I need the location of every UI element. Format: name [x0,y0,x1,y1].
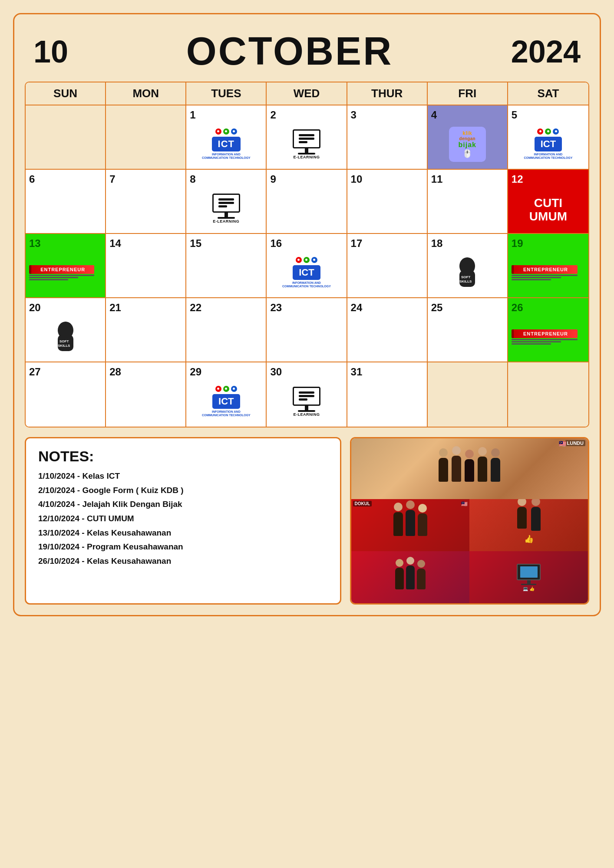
day-number: 13 [29,237,41,250]
day-number: 19 [512,237,523,250]
day-number: 7 [109,173,115,185]
cell-icon-elearn: E-LEARNING [270,123,343,165]
day-number: 10 [351,173,363,185]
cell-icon-ict: ICT INFORMATION ANDCOMMUNICATION TECHNOL… [190,123,262,165]
cell-icon-softskills: SOFT SKILLS [431,251,504,294]
cell-oct-19: 19 ENTREPRENEUR [508,234,588,298]
day-number: 5 [512,109,517,121]
svg-text:SKILLS: SKILLS [459,279,472,283]
day-number: 3 [351,109,357,121]
note-item-7: 26/10/2024 - Kelas Keusahawanan [38,556,328,567]
cell-oct-27: 27 [26,362,106,427]
note-item-4: 12/10/2024 - CUTI UMUM [38,513,328,524]
day-number: 28 [109,366,121,378]
cell-oct-15: 15 [186,234,267,298]
cell-oct-3: 3 [347,105,428,170]
day-header-tues: TUES [186,82,267,105]
cell-oct-30: 30 E-LEARNING [267,362,347,427]
notes-list: 1/10/2024 - Kelas ICT 2/10/2024 - Google… [38,471,328,567]
cell-icon-entrepreneur3: ENTREPRENEUR [512,316,585,358]
cell-oct-13: 13 ENTREPRENEUR [26,234,106,298]
note-item-1: 1/10/2024 - Kelas ICT [38,471,328,482]
photo-two-people: 🇲🇾 DOKUL [351,499,470,551]
day-header-sun: SUN [26,82,106,105]
note-item-2: 2/10/2024 - Google Form ( Kuiz KDB ) [38,485,328,496]
photo-thumbs: 👍 [469,499,588,551]
soft-skills-head-svg-2: SOFT SKILLS [53,322,79,352]
photo-row-1: LUNDU 🇲🇾 [351,438,588,499]
cell-icon-ict4: ICT INFORMATION ANDCOMMUNICATION TECHNOL… [190,380,262,423]
entrepreneur-book: ENTREPRENEUR [29,265,94,274]
cuti-umum-text: CUTIUMUM [529,197,567,224]
month-name: OCTOBER [186,29,393,74]
day-number: 22 [190,302,201,314]
cell-icon-klik: klik dengan bijak 🖱️ [431,123,504,165]
cell-oct-16: 16 ICT INFORMATION ANDCOMMUNICATION TECH… [267,234,347,298]
cell-oct-26: 26 ENTREPRENEUR [508,298,588,362]
soft-skills-head-svg: SOFT SKILLS [454,257,480,288]
week-1: 1 ICT INFORMATION ANDCOMMUNICATION TECHN… [26,105,588,170]
day-number: 27 [29,366,41,378]
cell-oct-18: 18 SOFT SKILLS [428,234,508,298]
cell-cuti-umum: CUTIUMUM [512,187,585,230]
cell-oct-12: 12 CUTIUMUM [508,170,588,234]
cell-oct-11: 11 [428,170,508,234]
day-header-fri: FRI [428,82,508,105]
day-number: 31 [351,366,363,378]
cell-oct-4: 4 klik dengan bijak 🖱️ [428,105,508,170]
cell-oct-22: 22 [186,298,267,362]
calendar-page: 10 OCTOBER 2024 SUN MON TUES WED THUR FR… [13,13,601,616]
cell-oct-2: 2 E-LEARNING [267,105,347,170]
svg-text:SOFT: SOFT [461,275,470,279]
day-number: 29 [190,366,201,378]
day-number: 1 [190,109,195,121]
week-2: 6 7 8 [26,170,588,234]
cell-oct-21: 21 [106,298,186,362]
cell-empty-2 [106,105,186,170]
day-number: 25 [431,302,443,314]
notes-box: NOTES: 1/10/2024 - Kelas ICT 2/10/2024 -… [25,437,341,605]
day-number: 15 [190,237,201,250]
note-item-3: 4/10/2024 - Jelajah Klik Dengan Bijak [38,499,328,510]
cell-icon-elearn2: E-LEARNING [190,187,262,230]
photo-group-bottom [351,551,470,603]
day-number: 9 [270,173,276,185]
photo-group-top: LUNDU 🇲🇾 [351,438,588,499]
cell-oct-8: 8 E-LEARNING [186,170,267,234]
day-number: 14 [109,237,121,250]
calendar-grid: SUN MON TUES WED THUR FRI SAT 1 [25,82,589,427]
cell-oct-5: 5 ICT INFORMATION ANDCOMMUNICATION TECHN… [508,105,588,170]
photo-row-2: 🇲🇾 DOKUL 👍 [351,499,588,551]
calendar-header: 10 OCTOBER 2024 [25,25,589,82]
day-number: 20 [29,302,41,314]
day-number: 12 [512,173,523,185]
day-number: 17 [351,237,363,250]
cell-oct-10: 10 [347,170,428,234]
cell-icon-softskills2: SOFT SKILLS [29,316,102,358]
day-header-sat: SAT [508,82,588,105]
cell-empty-1 [26,105,106,170]
svg-text:SOFT: SOFT [59,339,69,343]
day-header-thur: THUR [347,82,428,105]
note-item-6: 19/10/2024 - Program Keusahawanan [38,542,328,552]
week-3: 13 ENTREPRENEUR 14 15 [26,234,588,298]
cell-oct-23: 23 [267,298,347,362]
cell-oct-28: 28 [106,362,186,427]
cell-oct-31: 31 [347,362,428,427]
photo-row-3: 💻 👍 [351,551,588,603]
cell-oct-24: 24 [347,298,428,362]
cell-empty-3 [428,362,508,427]
cell-oct-1: 1 ICT INFORMATION ANDCOMMUNICATION TECHN… [186,105,267,170]
cell-empty-4 [508,362,588,427]
cell-oct-7: 7 [106,170,186,234]
cell-oct-29: 29 ICT INFORMATION ANDCOMMUNICATION TECH… [186,362,267,427]
month-number: 10 [33,34,68,69]
cell-oct-20: 20 SOFT SKILLS [26,298,106,362]
svg-text:SKILLS: SKILLS [58,344,70,348]
notes-title: NOTES: [38,448,328,465]
photo-computer: 💻 👍 [469,551,588,603]
cell-oct-25: 25 [428,298,508,362]
day-number: 24 [351,302,363,314]
notes-section: NOTES: 1/10/2024 - Kelas ICT 2/10/2024 -… [25,437,589,605]
photos-grid: LUNDU 🇲🇾 [350,437,589,605]
